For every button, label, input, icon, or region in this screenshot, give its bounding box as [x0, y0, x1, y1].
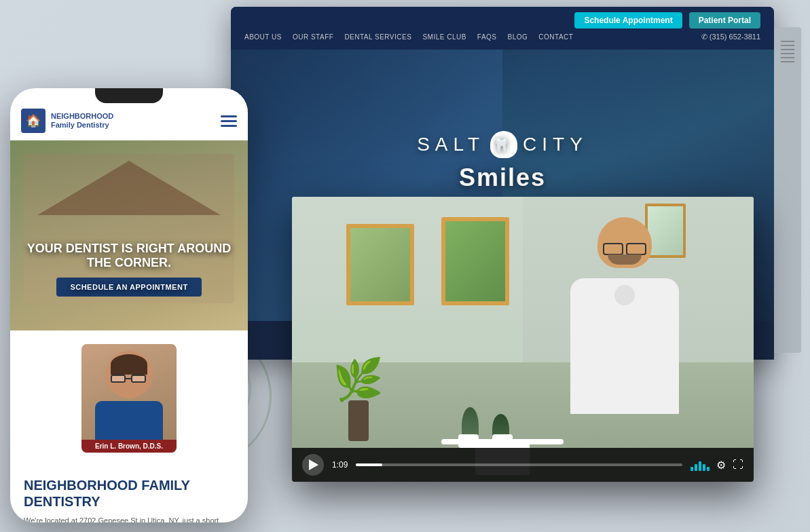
video-content: 🌿 [292, 197, 754, 482]
phone-schedule-button[interactable]: SCHEDULE AN APPOINTMENT [56, 278, 201, 297]
vol-bar-5 [707, 467, 710, 471]
phone-hero-text: YOUR DENTIST IS RIGHT AROUND THE CORNER.… [10, 242, 248, 297]
doctor-figure [95, 351, 163, 449]
nav-contact[interactable]: CONTACT [538, 33, 573, 41]
nav-dental-services[interactable]: DENTAL SERVICES [344, 33, 411, 41]
tooth-logo-icon [490, 131, 517, 158]
doctor-photo: Erin L. Brown, D.D.S. [81, 344, 177, 453]
nav-blog[interactable]: BLOG [508, 33, 528, 41]
hamburger-menu-icon[interactable] [221, 115, 237, 127]
settings-icon[interactable]: ⚙ [716, 459, 726, 472]
desktop-border-decoration [774, 27, 801, 353]
vol-bar-3 [699, 461, 701, 471]
video-controls-bar: 1:09 ⚙ ⛶ [292, 448, 754, 482]
doctor-head [105, 351, 153, 398]
logo-name-line1: NEIGHBORHOOD [51, 112, 113, 121]
video-timestamp: 1:09 [332, 460, 348, 470]
phone-hero-title: YOUR DENTIST IS RIGHT AROUND THE CORNER. [10, 242, 248, 271]
desktop-nav: ABOUT US OUR STAFF DENTAL SERVICES SMILE… [244, 33, 760, 44]
phone-doctor-section: Erin L. Brown, D.D.S. [10, 330, 248, 466]
patient-portal-button[interactable]: Patient Portal [689, 12, 760, 28]
phone-logo: 🏠 NEIGHBORHOOD Family Dentistry [21, 109, 113, 133]
practice-address: We're located at 2702 Genesee St in Utic… [24, 515, 234, 522]
wall-frame-left [346, 224, 414, 305]
man-beard [608, 254, 642, 265]
hero-text-overlay: SALT CITY Smiles [401, 131, 604, 192]
nav-our-staff[interactable]: OUR STAFF [293, 33, 333, 41]
fullscreen-icon[interactable]: ⛶ [733, 459, 743, 471]
man-glasses [603, 243, 646, 252]
smiles-subtitle: Smiles [401, 164, 604, 192]
vol-bar-4 [703, 464, 705, 471]
play-icon [309, 459, 318, 470]
menu-line-3 [221, 125, 237, 127]
border-line-4 [781, 53, 794, 54]
vol-bar-2 [695, 464, 697, 471]
man-head [594, 217, 655, 278]
video-table-top [441, 439, 564, 444]
play-button[interactable] [302, 454, 324, 476]
video-progress-bar[interactable] [356, 463, 682, 466]
doctor-name-banner: Erin L. Brown, D.D.S. [81, 440, 177, 453]
video-player: 🌿 [292, 197, 754, 482]
city-text: CITY [523, 134, 588, 155]
vol-bar-1 [691, 467, 693, 471]
phone-number: ✆ (315) 652-3811 [701, 33, 760, 41]
phone-logo-text: NEIGHBORHOOD Family Dentistry [51, 112, 113, 130]
schedule-appointment-button[interactable]: Schedule Appointment [574, 12, 682, 28]
phone-practice-info: NEIGHBORHOOD FAMILY DENTISTRY We're loca… [10, 466, 248, 522]
phone-mockup: 🏠 NEIGHBORHOOD Family Dentistry YOUR DEN… [10, 88, 248, 522]
phone-hero-image: YOUR DENTIST IS RIGHT AROUND THE CORNER.… [10, 140, 248, 330]
nav-about-us[interactable]: ABOUT US [244, 33, 282, 41]
border-line-6 [781, 61, 794, 62]
salt-text: SALT [417, 134, 485, 155]
nav-links: ABOUT US OUR STAFF DENTAL SERVICES SMILE… [244, 33, 573, 41]
man-shirt [570, 278, 679, 414]
desktop-header: Schedule Appointment Patient Portal ABOU… [231, 7, 774, 50]
phone-screen: 🏠 NEIGHBORHOOD Family Dentistry YOUR DEN… [10, 88, 248, 522]
border-line-5 [781, 57, 794, 58]
nav-faqs[interactable]: FAQS [477, 33, 497, 41]
doctor-hair [111, 354, 147, 375]
practice-name: NEIGHBORHOOD FAMILY DENTISTRY [24, 477, 234, 510]
desktop-header-top: Schedule Appointment Patient Portal [244, 12, 760, 33]
video-progress-fill [356, 463, 382, 466]
menu-line-1 [221, 115, 237, 117]
wall-frame-right [441, 217, 509, 305]
salt-city-title: SALT CITY [401, 131, 604, 158]
border-line-3 [781, 49, 794, 50]
nav-smile-club[interactable]: SMILE CLUB [422, 33, 466, 41]
phone-notch [95, 88, 163, 103]
phone-logo-icon: 🏠 [21, 109, 45, 133]
menu-line-2 [221, 120, 237, 122]
border-line-2 [781, 45, 794, 46]
video-controls-right: ⚙ ⛶ [691, 459, 743, 472]
logo-name-line2: Family Dentistry [51, 121, 113, 130]
man-face [597, 217, 652, 268]
video-man-figure [550, 217, 699, 448]
plant-decoration: 🌿 [333, 360, 384, 441]
border-line-1 [781, 41, 794, 42]
volume-icon[interactable] [691, 459, 710, 471]
doctor-glasses [111, 375, 147, 383]
